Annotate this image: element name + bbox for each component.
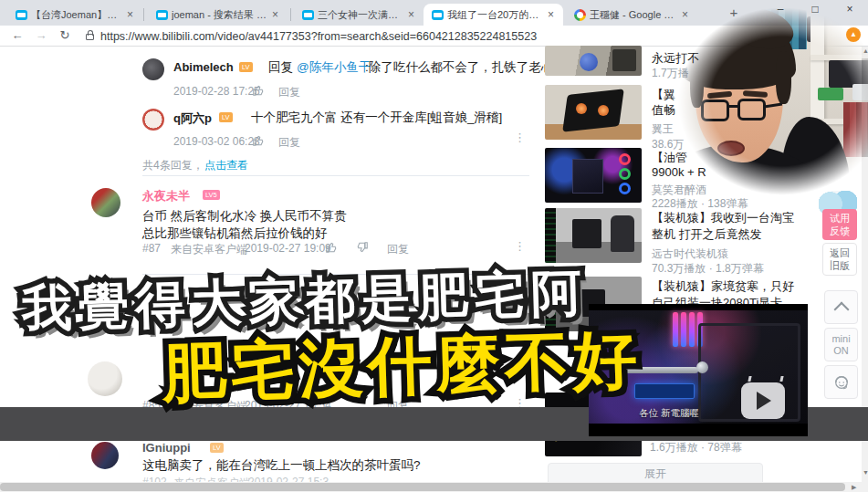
customer-service-button[interactable]	[824, 365, 858, 399]
view-replies-link[interactable]: 点击查看	[204, 158, 248, 173]
https-lock-icon	[86, 34, 94, 40]
level-badge: LV5	[203, 190, 220, 200]
tab-close-icon[interactable]: ×	[125, 8, 135, 21]
back-button[interactable]: ←	[7, 26, 27, 45]
caption-line2-text: 肥宅沒什麼不好	[162, 323, 643, 409]
video-title-line2[interactable]: 整机 打开之后竟然发	[652, 226, 762, 243]
video-uploader[interactable]: 翼王	[652, 121, 674, 137]
more-options-icon[interactable]: ⋮	[514, 131, 526, 144]
divider	[142, 175, 529, 176]
reply-count-label: 共4条回复，	[142, 158, 204, 173]
tab-title: 三个女神一次满足_ft.三上	[318, 8, 403, 22]
video-title-line1[interactable]: 【装机猿】家境贫寒，只好	[652, 278, 794, 295]
app-window: 【台湾Joeman】看看大陆 × joeman - 搜索结果 - 哔哩哔 × 三…	[0, 0, 868, 492]
scroll-up-arrow[interactable]: ▲	[863, 47, 868, 54]
shelf-item	[852, 84, 868, 100]
tab-active-watercooled-pc[interactable]: 我组了一台20万的水冷电脑 ×	[424, 4, 563, 26]
avatar[interactable]	[91, 442, 119, 469]
comment-author[interactable]: IGniuppi	[142, 441, 191, 455]
reply-button[interactable]: 回复	[278, 135, 300, 151]
tab-close-icon[interactable]: ×	[270, 8, 280, 21]
tab-search-results[interactable]: joeman - 搜索结果 - 哔哩哔 ×	[148, 4, 287, 26]
play-button[interactable]	[741, 382, 785, 419]
comment-text-line2: 总比那些镶钻机箱然后拉价钱的好	[142, 225, 328, 242]
thumbnail-art	[619, 153, 631, 165]
like-icon[interactable]	[252, 134, 265, 147]
like-icon[interactable]	[325, 241, 338, 254]
scroll-right-arrow[interactable]: ▶	[852, 484, 856, 491]
tab-joeman-video[interactable]: 【台湾Joeman】看看大陆 ×	[7, 4, 141, 26]
feedback-button[interactable]: 试用 反馈	[822, 209, 857, 240]
bilibili-favicon	[16, 10, 27, 20]
video-frame-art	[681, 312, 686, 347]
video-stats: 70.3万播放 · 1.8万弹幕	[652, 261, 764, 277]
video-title-line1[interactable]: 【装机猿】我收到一台淘宝	[652, 210, 794, 226]
thumbnail-art	[580, 53, 598, 71]
person-mouth	[717, 141, 745, 156]
chevron-up-icon	[833, 302, 849, 318]
avatar[interactable]	[142, 109, 164, 131]
refresh-button[interactable]: ↻	[55, 26, 75, 45]
thumbnail-art	[598, 105, 609, 116]
more-options-icon[interactable]: ⋮	[514, 239, 526, 253]
like-icon[interactable]	[252, 84, 265, 97]
webcam-overlay	[674, 4, 868, 199]
google-favicon	[574, 9, 586, 21]
tab-goddess-video[interactable]: 三个女神一次满足_ft.三上 ×	[294, 4, 422, 26]
dislike-icon[interactable]	[356, 241, 369, 254]
shelf-item	[818, 88, 843, 100]
extension-icon[interactable]: ▲	[846, 27, 861, 42]
avatar[interactable]	[91, 188, 120, 217]
forward-button[interactable]: →	[31, 26, 51, 45]
address-bar[interactable]: https://www.bilibili.com/video/av4417735…	[100, 30, 537, 43]
avatar[interactable]	[88, 361, 122, 396]
mention-link[interactable]: @陈年小鱼干	[297, 59, 371, 76]
tab-title: joeman - 搜索结果 - 哔哩哔	[172, 8, 267, 22]
horizontal-scrollbar-thumb[interactable]	[0, 483, 845, 491]
feedback-label: 反馈	[822, 225, 857, 237]
thumbnail-art	[619, 168, 631, 180]
tab-title: 王穩健 - Google 搜尋	[590, 8, 676, 22]
mini-label: mini	[831, 333, 850, 345]
thumbnail-art	[612, 49, 636, 71]
headset-icon	[833, 374, 850, 391]
thumbnail-art	[611, 215, 634, 252]
video-thumbnail[interactable]	[545, 85, 642, 140]
tab-title: 【台湾Joeman】看看大陆	[31, 8, 121, 22]
comment-author[interactable]: Abimelech	[173, 60, 234, 74]
thumbnail-art	[572, 219, 601, 248]
glasses-bridge	[727, 105, 739, 108]
video-uploader[interactable]: 远古时代装机猿	[652, 246, 728, 262]
avatar[interactable]	[142, 58, 164, 80]
video-title-line2[interactable]: 值畅	[652, 102, 675, 119]
bilibili-favicon	[302, 10, 314, 20]
glasses-lens	[701, 99, 729, 121]
comment-author[interactable]: 永夜未半	[142, 188, 190, 204]
tab-close-icon[interactable]: ×	[406, 8, 416, 21]
comment-author[interactable]: q阿六p	[173, 110, 212, 127]
back-to-old-version-button[interactable]: 返回 旧版	[822, 243, 857, 276]
mini-player-toggle[interactable]: mini ON	[824, 328, 858, 361]
feedback-label: 试用	[822, 212, 857, 225]
video-title-line1[interactable]: 【翼	[652, 87, 675, 103]
video-thumbnail[interactable]	[545, 208, 642, 263]
old-version-label: 返回	[823, 246, 856, 259]
video-thumbnail[interactable]	[545, 148, 642, 203]
video-frame-art	[696, 361, 708, 373]
comment-text: :除了吃什么都不会了，扎铁了老心	[365, 59, 553, 76]
reply-button[interactable]: 回复	[278, 85, 300, 100]
reply-button[interactable]: 回复	[387, 242, 409, 257]
video-thumbnail[interactable]	[545, 46, 642, 76]
video-frame-art	[634, 383, 695, 399]
back-to-top-button[interactable]	[824, 290, 858, 324]
scroll-down-arrow[interactable]: ▼	[863, 469, 868, 476]
thumbnail-art	[576, 103, 587, 114]
comment-date: 2019-02-27 19:09	[245, 242, 331, 255]
floor-number: #87	[142, 242, 161, 255]
tab-close-icon[interactable]: ×	[546, 8, 556, 21]
bookshelf-books	[843, 102, 868, 157]
glasses-lens	[737, 99, 766, 120]
video-stats: 1.6万播放 · 78弹幕	[650, 440, 742, 455]
level-badge: LV	[239, 62, 253, 72]
bilibili-favicon	[156, 10, 168, 20]
